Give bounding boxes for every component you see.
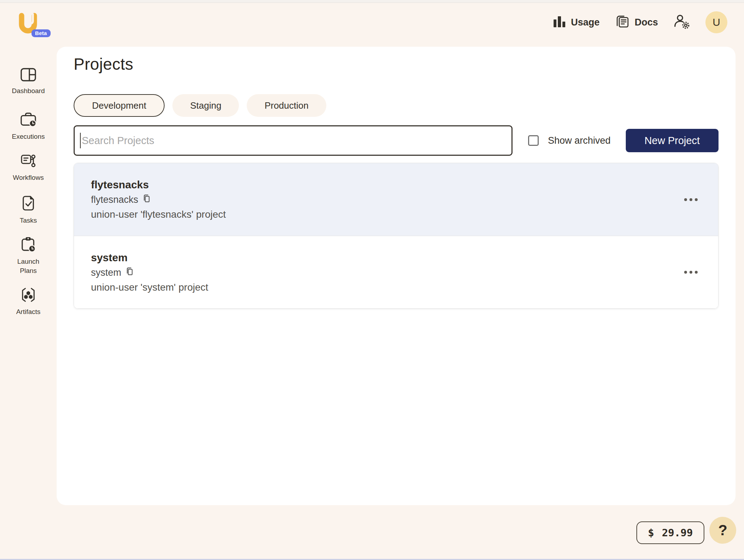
executions-icon — [20, 112, 36, 128]
header-actions: Usage Docs U — [554, 11, 727, 33]
sidebar-item-tasks[interactable]: Tasks — [0, 195, 57, 225]
project-name: system — [91, 252, 718, 264]
project-menu-button[interactable] — [682, 267, 700, 278]
main-panel: Projects Development Staging Production … — [57, 47, 736, 505]
copy-icon[interactable] — [142, 194, 151, 206]
project-row-flytesnacks[interactable]: flytesnacks flytesnacks union-user 'flyt… — [74, 163, 718, 236]
user-settings-button[interactable] — [674, 14, 690, 30]
copy-icon[interactable] — [125, 267, 134, 279]
docs-icon — [615, 15, 629, 30]
credit-amount: 29.99 — [662, 527, 693, 539]
project-id: system — [91, 267, 121, 278]
page-title: Projects — [74, 55, 133, 74]
project-name: flytesnacks — [91, 179, 718, 191]
user-settings-icon — [674, 14, 690, 30]
search-wrap — [74, 125, 513, 156]
show-archived-toggle[interactable]: Show archived — [528, 135, 611, 146]
ellipsis-icon — [684, 271, 687, 274]
sidebar-item-label: Launch Plans — [11, 257, 45, 275]
sidebar-item-dashboard[interactable]: Dashboard — [0, 68, 57, 96]
project-description: union-user 'system' project — [91, 282, 718, 293]
usage-label: Usage — [571, 17, 600, 28]
artifacts-icon — [21, 287, 36, 304]
project-row-system[interactable]: system system union-user 'system' projec… — [74, 236, 718, 308]
project-id: flytesnacks — [91, 194, 138, 205]
sidebar-item-label: Artifacts — [16, 307, 41, 316]
currency-symbol: $ — [648, 527, 654, 539]
show-archived-checkbox[interactable] — [528, 135, 539, 146]
union-logo[interactable]: Beta — [17, 13, 52, 41]
user-avatar[interactable]: U — [705, 11, 727, 33]
tab-development[interactable]: Development — [74, 94, 165, 117]
launch-plans-icon — [21, 236, 36, 253]
sidebar-item-label: Workflows — [13, 173, 44, 182]
tab-staging[interactable]: Staging — [172, 94, 239, 117]
sidebar-item-executions[interactable]: Executions — [0, 112, 57, 141]
sidebar-item-launch-plans[interactable]: Launch Plans — [0, 236, 57, 275]
tab-production[interactable]: Production — [247, 94, 326, 117]
sidebar-item-workflows[interactable]: Workflows — [0, 154, 57, 182]
docs-label: Docs — [635, 17, 658, 28]
projects-controls: Show archived New Project — [74, 125, 719, 156]
sidebar-item-label: Executions — [12, 132, 45, 141]
bar-chart-icon — [554, 15, 566, 30]
project-description: union-user 'flytesnacks' project — [91, 209, 718, 220]
tasks-icon — [22, 195, 35, 212]
help-button[interactable]: ? — [709, 517, 736, 544]
window-top-strip — [0, 0, 744, 3]
domain-tabs: Development Staging Production — [74, 94, 326, 117]
beta-badge: Beta — [32, 29, 51, 37]
sidebar-item-label: Dashboard — [12, 86, 45, 96]
credits-balance-button[interactable]: $ 29.99 — [636, 521, 704, 544]
usage-link[interactable]: Usage — [554, 15, 600, 30]
ellipsis-icon — [684, 198, 687, 201]
search-input[interactable] — [74, 125, 513, 156]
project-menu-button[interactable] — [682, 194, 700, 205]
question-mark-icon: ? — [718, 522, 727, 539]
text-caret — [80, 133, 81, 148]
sidebar-item-artifacts[interactable]: Artifacts — [0, 287, 57, 316]
workflows-icon — [21, 154, 36, 170]
dashboard-icon — [21, 68, 36, 83]
projects-list: flytesnacks flytesnacks union-user 'flyt… — [74, 163, 719, 309]
docs-link[interactable]: Docs — [615, 15, 658, 30]
sidebar-item-label: Tasks — [20, 216, 37, 225]
avatar-initial: U — [712, 16, 720, 28]
show-archived-label: Show archived — [548, 135, 611, 146]
new-project-button[interactable]: New Project — [626, 129, 719, 152]
